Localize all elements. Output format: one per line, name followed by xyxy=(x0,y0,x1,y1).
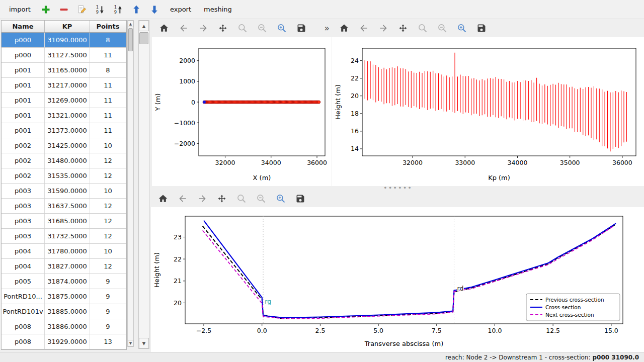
table-row[interactable]: p00831886.00009 xyxy=(2,319,126,334)
column-header-kp[interactable]: KP xyxy=(45,21,90,32)
nav-zoom-button[interactable] xyxy=(234,192,248,206)
table-row[interactable]: p00831929.000013 xyxy=(2,334,126,349)
cross-section-nav-toolbar xyxy=(151,190,644,207)
scroll-down-button[interactable]: ▼ xyxy=(139,338,149,348)
add-cross-section-button[interactable] xyxy=(39,3,53,16)
sort-up-button[interactable]: 1 9 xyxy=(112,3,125,16)
table-row[interactable]: p00531874.00009 xyxy=(2,274,126,289)
nav-zoom-rect-button[interactable] xyxy=(455,22,468,35)
nav-zoom-rect-button[interactable] xyxy=(275,22,288,35)
cross-section-view-panel: −2.50.02.55.07.510.012.515.020212223Tran… xyxy=(151,190,644,352)
toolbar-overflow-button[interactable]: » xyxy=(325,23,330,33)
table-row[interactable]: p00131165.00008 xyxy=(2,63,126,78)
table-row[interactable]: p00131269.000011 xyxy=(2,93,126,108)
column-header-points[interactable]: Points xyxy=(90,21,126,32)
svg-text:9: 9 xyxy=(96,10,99,15)
nav-home-button[interactable] xyxy=(337,22,351,35)
nav-zoom-button[interactable] xyxy=(416,22,429,35)
horizontal-splitter-handle[interactable]: •••••• xyxy=(152,186,644,190)
cell-points: 11 xyxy=(90,108,126,123)
nav-save-button[interactable] xyxy=(293,192,307,206)
svg-text:15.0: 15.0 xyxy=(604,327,618,334)
status-cross-section-id: p000 31090.0 xyxy=(593,354,639,361)
plan-view-figure[interactable]: 320003400036000−2000−1000010002000X (m)Y… xyxy=(152,37,332,186)
nav-zoom-out-button[interactable] xyxy=(255,22,269,35)
nav-pan-button[interactable] xyxy=(215,192,228,206)
cross-section-figure[interactable]: −2.50.02.55.07.510.012.515.020212223Tran… xyxy=(151,207,644,352)
nav-home-button[interactable] xyxy=(156,192,170,206)
export-button[interactable]: export xyxy=(166,4,195,15)
table-row[interactable]: p00131373.000011 xyxy=(2,123,126,138)
table-row[interactable]: p00431780.000010 xyxy=(2,244,126,259)
table-row[interactable]: p00331685.000012 xyxy=(2,214,126,229)
longitudinal-view-nav-toolbar xyxy=(332,19,644,37)
table-row[interactable]: p00031090.00008 xyxy=(2,33,126,48)
forward-arrow-icon xyxy=(197,194,207,204)
cell-name: PontRD101v xyxy=(2,304,45,319)
svg-text:Kp (m): Kp (m) xyxy=(488,174,510,182)
nav-back-button[interactable] xyxy=(176,192,189,206)
svg-text:22: 22 xyxy=(351,74,359,82)
save-icon xyxy=(295,194,305,204)
svg-text:20: 20 xyxy=(351,92,359,100)
nav-save-button[interactable] xyxy=(474,22,488,35)
table-row[interactable]: p00131217.000011 xyxy=(2,78,126,93)
table-row[interactable]: p00231425.000010 xyxy=(2,138,126,153)
cell-kp: 31886.0000 xyxy=(45,319,90,334)
sort-down-button[interactable]: 1 9 xyxy=(94,3,107,16)
nav-forward-button[interactable] xyxy=(376,22,390,35)
cell-name: p008 xyxy=(2,319,45,334)
edit-cross-section-button[interactable] xyxy=(75,3,89,16)
table-row[interactable]: p00031127.500011 xyxy=(2,48,126,63)
cell-points: 12 xyxy=(90,259,126,274)
svg-text:14: 14 xyxy=(351,145,359,152)
import-button[interactable]: import xyxy=(5,4,35,15)
move-down-button[interactable] xyxy=(148,3,162,16)
move-up-button[interactable] xyxy=(130,3,143,16)
table-row[interactable]: p00231535.000012 xyxy=(2,168,126,184)
scroll-up-button[interactable]: ▲ xyxy=(139,21,149,31)
nav-home-button[interactable] xyxy=(157,22,171,35)
back-arrow-icon xyxy=(179,23,189,33)
cell-name: p004 xyxy=(2,259,45,274)
nav-pan-button[interactable] xyxy=(396,22,410,35)
table-row[interactable]: p00431827.000012 xyxy=(2,259,126,274)
column-header-name[interactable]: Name xyxy=(2,21,45,32)
table-row[interactable]: p00231480.000012 xyxy=(2,153,126,168)
nav-zoom-out-button[interactable] xyxy=(254,192,268,206)
svg-text:rg: rg xyxy=(265,298,271,305)
nav-forward-button[interactable] xyxy=(196,22,210,35)
table-scrollbar[interactable]: ▲ ▼ xyxy=(127,20,134,347)
cell-kp: 31827.0000 xyxy=(45,259,90,274)
home-icon xyxy=(158,194,168,204)
svg-text:32000: 32000 xyxy=(403,159,423,166)
cell-kp: 31590.0000 xyxy=(45,184,90,198)
nav-pan-button[interactable] xyxy=(216,22,229,35)
up-arrow-icon xyxy=(131,5,141,15)
nav-back-button[interactable] xyxy=(177,22,190,35)
meshing-button[interactable]: meshing xyxy=(200,4,236,15)
table-row[interactable]: p00331590.000010 xyxy=(2,184,126,199)
remove-cross-section-button[interactable] xyxy=(57,3,71,16)
nav-back-button[interactable] xyxy=(357,22,370,35)
table-row[interactable]: p00331637.500012 xyxy=(2,199,126,214)
scroll-up-arrow-icon[interactable]: ▲ xyxy=(128,21,133,27)
table-row[interactable]: p00131321.000011 xyxy=(2,108,126,123)
nav-save-button[interactable] xyxy=(294,22,308,35)
svg-text:18: 18 xyxy=(351,110,359,117)
table-row[interactable]: PontRD101v31885.00009 xyxy=(2,304,126,319)
svg-text:24: 24 xyxy=(351,57,359,64)
scrollbar-thumb[interactable] xyxy=(128,28,133,51)
panel-scrollbar[interactable]: ▲ ▼ xyxy=(138,20,149,349)
scroll-down-arrow-icon[interactable]: ▼ xyxy=(128,340,133,346)
table-row[interactable]: p00331732.500012 xyxy=(2,229,126,244)
nav-zoom-button[interactable] xyxy=(235,22,249,35)
nav-zoom-rect-button[interactable] xyxy=(274,192,287,206)
longitudinal-view-figure[interactable]: 3200033000340003500036000141618202224Kp … xyxy=(332,37,644,186)
cross-sections-table: Name KP Points p00031090.00008p00031127.… xyxy=(1,20,127,350)
pan-icon xyxy=(217,194,227,204)
nav-forward-button[interactable] xyxy=(195,192,209,206)
scrollbar-thumb[interactable] xyxy=(139,32,148,44)
nav-zoom-out-button[interactable] xyxy=(435,22,449,35)
table-row[interactable]: PontRD10...31875.00009 xyxy=(2,289,126,304)
